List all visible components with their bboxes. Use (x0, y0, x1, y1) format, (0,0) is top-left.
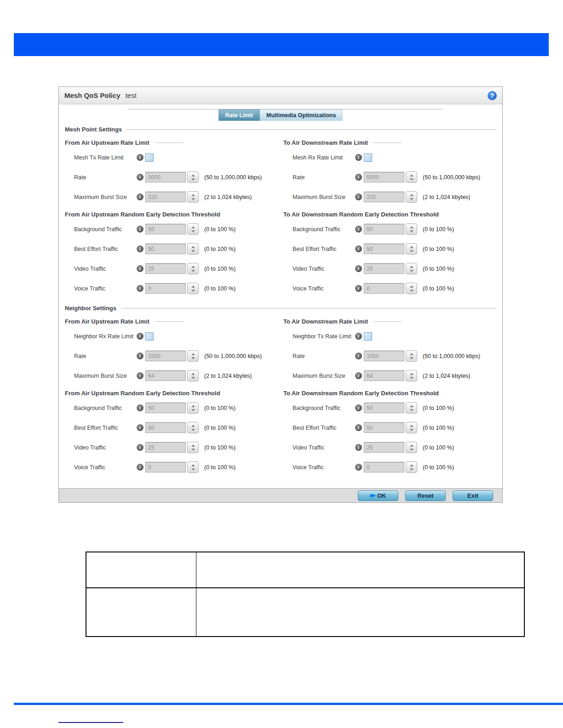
spinner-up-icon[interactable] (191, 174, 195, 176)
best-effort-traffic-input[interactable] (145, 244, 186, 254)
spinner-up-icon[interactable] (410, 405, 414, 407)
spinner-down-icon[interactable] (191, 357, 195, 359)
rate-input[interactable] (364, 351, 404, 361)
spinner[interactable] (187, 461, 199, 473)
info-icon[interactable] (137, 226, 144, 233)
voice-traffic-input[interactable] (145, 283, 186, 294)
spinner[interactable] (187, 191, 199, 203)
spinner-up-icon[interactable] (410, 266, 414, 268)
spinner-down-icon[interactable] (410, 230, 414, 233)
spinner-up-icon[interactable] (191, 353, 195, 355)
info-icon[interactable] (355, 333, 362, 340)
info-icon[interactable] (355, 353, 362, 359)
spinner-down-icon[interactable] (410, 377, 414, 379)
max-burst-size-input[interactable] (364, 192, 404, 202)
spinner-up-icon[interactable] (410, 174, 414, 176)
rate-input[interactable] (364, 172, 404, 182)
spinner-up-icon[interactable] (191, 246, 195, 248)
info-icon[interactable] (137, 464, 144, 471)
spinner[interactable] (406, 283, 417, 294)
spinner-down-icon[interactable] (191, 429, 195, 431)
exit-button[interactable]: Exit (453, 490, 493, 501)
spinner-up-icon[interactable] (410, 226, 414, 228)
spinner-up-icon[interactable] (410, 194, 414, 196)
info-icon[interactable] (137, 154, 144, 161)
spinner[interactable] (187, 283, 199, 294)
rate-input[interactable] (145, 351, 186, 361)
info-icon[interactable] (137, 353, 144, 359)
spinner[interactable] (406, 422, 417, 433)
info-icon[interactable] (137, 404, 144, 411)
neighbor-rx-rate-limit-checkbox[interactable] (145, 332, 154, 341)
spinner[interactable] (187, 422, 199, 433)
spinner[interactable] (187, 263, 199, 274)
spinner[interactable] (406, 223, 417, 235)
spinner-down-icon[interactable] (410, 468, 414, 471)
spinner-down-icon[interactable] (410, 409, 414, 411)
best-effort-traffic-input[interactable] (364, 422, 404, 433)
spinner[interactable] (187, 223, 199, 235)
max-burst-size-input[interactable] (364, 370, 404, 381)
spinner[interactable] (187, 171, 199, 183)
info-icon[interactable] (355, 372, 362, 379)
video-traffic-input[interactable] (364, 442, 404, 453)
spinner-up-icon[interactable] (191, 405, 195, 407)
spinner[interactable] (406, 191, 417, 203)
spinner-up-icon[interactable] (410, 285, 414, 288)
spinner[interactable] (406, 442, 417, 453)
rate-input[interactable] (145, 172, 186, 182)
reset-button[interactable]: Reset (405, 490, 446, 501)
info-icon[interactable] (355, 174, 362, 181)
background-traffic-input[interactable] (145, 403, 186, 413)
spinner-up-icon[interactable] (410, 425, 414, 427)
background-traffic-input[interactable] (364, 403, 404, 413)
video-traffic-input[interactable] (145, 442, 186, 453)
ok-button[interactable]: OK (358, 490, 398, 501)
spinner-up-icon[interactable] (410, 246, 414, 248)
info-icon[interactable] (355, 193, 362, 200)
mesh-rx-rate-limit-checkbox[interactable] (364, 154, 372, 162)
spinner-down-icon[interactable] (191, 198, 195, 200)
info-icon[interactable] (137, 444, 144, 451)
video-traffic-input[interactable] (364, 263, 404, 274)
spinner-down-icon[interactable] (410, 270, 414, 272)
neighbor-tx-rate-limit-checkbox[interactable] (364, 332, 372, 341)
spinner[interactable] (187, 370, 199, 381)
voice-traffic-input[interactable] (364, 462, 404, 472)
max-burst-size-input[interactable] (145, 370, 186, 381)
spinner-down-icon[interactable] (410, 449, 414, 451)
spinner-down-icon[interactable] (191, 377, 195, 379)
best-effort-traffic-input[interactable] (364, 244, 404, 254)
spinner-up-icon[interactable] (191, 444, 195, 447)
spinner[interactable] (406, 370, 417, 381)
tab-rate-limit[interactable]: Rate Limit (218, 109, 260, 121)
spinner-up-icon[interactable] (410, 353, 414, 355)
spinner-down-icon[interactable] (410, 178, 414, 181)
mesh-tx-rate-limit-checkbox[interactable] (145, 154, 154, 162)
spinner-down-icon[interactable] (191, 449, 195, 451)
spinner[interactable] (187, 402, 199, 414)
spinner[interactable] (406, 263, 417, 274)
spinner[interactable] (406, 402, 417, 414)
info-icon[interactable] (355, 444, 362, 451)
spinner-down-icon[interactable] (191, 290, 195, 292)
info-icon[interactable] (355, 404, 362, 411)
spinner[interactable] (187, 243, 199, 255)
spinner-down-icon[interactable] (191, 468, 195, 471)
voice-traffic-input[interactable] (364, 283, 404, 294)
spinner-down-icon[interactable] (191, 230, 195, 233)
info-icon[interactable] (137, 245, 144, 252)
info-icon[interactable] (137, 372, 144, 379)
info-icon[interactable] (137, 285, 144, 292)
max-burst-size-input[interactable] (145, 192, 186, 202)
spinner-up-icon[interactable] (410, 444, 414, 447)
spinner[interactable] (406, 171, 417, 183)
spinner-down-icon[interactable] (410, 290, 414, 292)
spinner-up-icon[interactable] (191, 464, 195, 466)
spinner-up-icon[interactable] (191, 226, 195, 228)
voice-traffic-input[interactable] (145, 462, 186, 472)
info-icon[interactable] (137, 424, 144, 431)
spinner-down-icon[interactable] (410, 429, 414, 431)
info-icon[interactable] (355, 154, 362, 161)
spinner-up-icon[interactable] (410, 373, 414, 375)
